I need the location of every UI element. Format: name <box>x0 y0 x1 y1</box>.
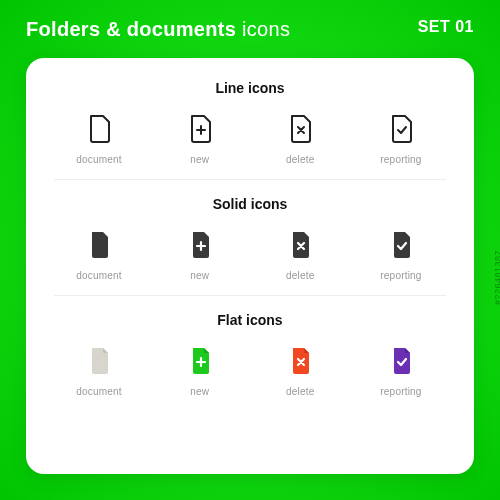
document-solid-icon <box>84 228 114 262</box>
section-title-flat: Flat icons <box>54 312 446 328</box>
label: delete <box>286 270 314 281</box>
line-icons-row: document new delete reporting <box>54 112 446 165</box>
cell-line-reporting: reporting <box>362 112 440 165</box>
title-light: icons <box>242 18 290 40</box>
cell-flat-reporting: reporting <box>362 344 440 397</box>
label: new <box>190 386 209 397</box>
cell-flat-document: document <box>60 344 138 397</box>
delete-line-icon <box>285 112 315 146</box>
cell-line-delete: delete <box>261 112 339 165</box>
cell-line-new: new <box>161 112 239 165</box>
cell-flat-new: new <box>161 344 239 397</box>
watermark: #226481387 <box>493 250 500 305</box>
label: document <box>76 154 122 165</box>
icon-card: Line icons document new delete reporting <box>26 58 474 474</box>
label: reporting <box>380 386 421 397</box>
flat-icons-row: document new delete reporting <box>54 344 446 397</box>
label: new <box>190 154 209 165</box>
cell-solid-new: new <box>161 228 239 281</box>
reporting-solid-icon <box>386 228 416 262</box>
reporting-line-icon <box>386 112 416 146</box>
cell-flat-delete: delete <box>261 344 339 397</box>
reporting-flat-icon <box>386 344 416 378</box>
solid-icons-row: document new delete reporting <box>54 228 446 281</box>
label: delete <box>286 386 314 397</box>
document-flat-icon <box>84 344 114 378</box>
cell-line-document: document <box>60 112 138 165</box>
section-title-line: Line icons <box>54 80 446 96</box>
label: reporting <box>380 270 421 281</box>
page-title: Folders & documents icons <box>26 18 290 41</box>
label: document <box>76 386 122 397</box>
label: document <box>76 270 122 281</box>
set-badge: SET 01 <box>418 18 474 36</box>
divider <box>54 295 446 296</box>
new-flat-icon <box>185 344 215 378</box>
cell-solid-delete: delete <box>261 228 339 281</box>
delete-solid-icon <box>285 228 315 262</box>
title-strong: Folders & documents <box>26 18 236 40</box>
cell-solid-reporting: reporting <box>362 228 440 281</box>
label: delete <box>286 154 314 165</box>
divider <box>54 179 446 180</box>
label: reporting <box>380 154 421 165</box>
new-solid-icon <box>185 228 215 262</box>
new-line-icon <box>185 112 215 146</box>
document-line-icon <box>84 112 114 146</box>
label: new <box>190 270 209 281</box>
section-title-solid: Solid icons <box>54 196 446 212</box>
delete-flat-icon <box>285 344 315 378</box>
cell-solid-document: document <box>60 228 138 281</box>
header: Folders & documents icons SET 01 <box>0 0 500 41</box>
